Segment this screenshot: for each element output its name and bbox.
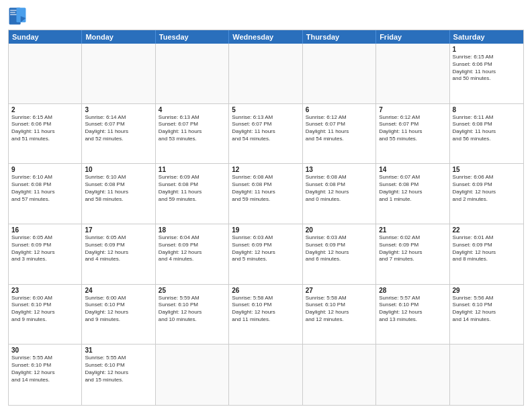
svg-rect-5 [10,14,16,15]
day-number: 30 [11,347,79,354]
week-row-5: 23Sunrise: 6:00 AM Sunset: 6:10 PM Dayli… [9,285,523,345]
day-info: Sunrise: 6:10 AM Sunset: 6:08 PM Dayligh… [85,174,152,203]
logo [8,7,30,26]
header-cell-wednesday: Wednesday [229,30,302,44]
day-info: Sunrise: 6:00 AM Sunset: 6:10 PM Dayligh… [11,295,79,324]
day-info: Sunrise: 6:15 AM Sunset: 6:06 PM Dayligh… [453,54,521,83]
day-cell-13: 13Sunrise: 6:08 AM Sunset: 6:08 PM Dayli… [303,164,376,224]
day-number: 15 [453,166,521,173]
calendar: SundayMondayTuesdayWednesdayThursdayFrid… [8,30,524,406]
calendar-body: 1Sunrise: 6:15 AM Sunset: 6:06 PM Daylig… [9,44,523,405]
day-info: Sunrise: 6:11 AM Sunset: 6:08 PM Dayligh… [453,114,521,143]
generalblue-logo-icon [8,7,27,26]
day-cell-5: 5Sunrise: 6:13 AM Sunset: 6:07 PM Daylig… [229,104,302,164]
day-number: 2 [11,106,79,113]
day-cell-25: 25Sunrise: 5:59 AM Sunset: 6:10 PM Dayli… [156,285,229,345]
day-info: Sunrise: 5:58 AM Sunset: 6:10 PM Dayligh… [232,295,299,324]
calendar-header-row: SundayMondayTuesdayWednesdayThursdayFrid… [9,30,523,44]
day-cell-1: 1Sunrise: 6:15 AM Sunset: 6:06 PM Daylig… [450,44,523,103]
day-cell-30: 30Sunrise: 5:55 AM Sunset: 6:10 PM Dayli… [9,345,82,405]
day-number: 28 [379,287,446,294]
day-info: Sunrise: 5:59 AM Sunset: 6:10 PM Dayligh… [159,295,226,324]
day-cell-7: 7Sunrise: 6:12 AM Sunset: 6:07 PM Daylig… [376,104,449,164]
day-cell-15: 15Sunrise: 6:06 AM Sunset: 6:09 PM Dayli… [450,164,523,224]
day-cell-22: 22Sunrise: 6:01 AM Sunset: 6:09 PM Dayli… [450,224,523,284]
day-number: 4 [159,106,226,113]
day-cell-3: 3Sunrise: 6:14 AM Sunset: 6:07 PM Daylig… [82,104,155,164]
day-cell-2: 2Sunrise: 6:15 AM Sunset: 6:06 PM Daylig… [9,104,82,164]
day-info: Sunrise: 6:03 AM Sunset: 6:09 PM Dayligh… [306,234,373,263]
week-row-1: 1Sunrise: 6:15 AM Sunset: 6:06 PM Daylig… [9,44,523,104]
day-info: Sunrise: 5:55 AM Sunset: 6:10 PM Dayligh… [85,355,152,383]
header-cell-monday: Monday [82,30,155,44]
day-info: Sunrise: 6:14 AM Sunset: 6:07 PM Dayligh… [85,114,152,143]
day-info: Sunrise: 6:05 AM Sunset: 6:09 PM Dayligh… [11,234,79,263]
day-cell-28: 28Sunrise: 5:57 AM Sunset: 6:10 PM Dayli… [376,285,449,345]
week-row-6: 30Sunrise: 5:55 AM Sunset: 6:10 PM Dayli… [9,345,523,405]
day-cell-10: 10Sunrise: 6:10 AM Sunset: 6:08 PM Dayli… [82,164,155,224]
day-cell-31: 31Sunrise: 5:55 AM Sunset: 6:10 PM Dayli… [82,345,155,405]
day-cell-4: 4Sunrise: 6:13 AM Sunset: 6:07 PM Daylig… [156,104,229,164]
header-cell-thursday: Thursday [303,30,376,44]
week-row-3: 9Sunrise: 6:10 AM Sunset: 6:08 PM Daylig… [9,164,523,224]
day-info: Sunrise: 6:05 AM Sunset: 6:09 PM Dayligh… [85,234,152,263]
svg-rect-4 [10,12,15,13]
day-info: Sunrise: 5:58 AM Sunset: 6:10 PM Dayligh… [306,295,373,324]
day-number: 22 [453,226,521,234]
day-info: Sunrise: 6:12 AM Sunset: 6:07 PM Dayligh… [379,114,446,143]
day-info: Sunrise: 6:02 AM Sunset: 6:09 PM Dayligh… [379,234,446,263]
day-cell-9: 9Sunrise: 6:10 AM Sunset: 6:08 PM Daylig… [9,164,82,224]
day-number: 12 [232,166,299,173]
header-cell-sunday: Sunday [9,30,82,44]
empty-cell-0-2 [156,44,229,103]
day-number: 16 [11,226,79,234]
day-number: 14 [379,166,446,173]
day-info: Sunrise: 6:08 AM Sunset: 6:08 PM Dayligh… [232,174,299,203]
day-info: Sunrise: 6:12 AM Sunset: 6:07 PM Dayligh… [306,114,373,143]
day-info: Sunrise: 6:07 AM Sunset: 6:08 PM Dayligh… [379,174,446,203]
day-cell-24: 24Sunrise: 6:00 AM Sunset: 6:10 PM Dayli… [82,285,155,345]
day-info: Sunrise: 6:10 AM Sunset: 6:08 PM Dayligh… [11,174,79,203]
week-row-4: 16Sunrise: 6:05 AM Sunset: 6:09 PM Dayli… [9,224,523,285]
empty-cell-5-6 [450,345,523,405]
day-cell-14: 14Sunrise: 6:07 AM Sunset: 6:08 PM Dayli… [376,164,449,224]
day-cell-18: 18Sunrise: 6:04 AM Sunset: 6:09 PM Dayli… [156,224,229,284]
day-number: 5 [232,106,299,113]
day-cell-27: 27Sunrise: 5:58 AM Sunset: 6:10 PM Dayli… [303,285,376,345]
day-cell-19: 19Sunrise: 6:03 AM Sunset: 6:09 PM Dayli… [229,224,302,284]
day-cell-21: 21Sunrise: 6:02 AM Sunset: 6:09 PM Dayli… [376,224,449,284]
day-number: 23 [11,287,79,294]
day-cell-6: 6Sunrise: 6:12 AM Sunset: 6:07 PM Daylig… [303,104,376,164]
header-cell-tuesday: Tuesday [156,30,229,44]
day-number: 18 [159,226,226,234]
empty-cell-5-3 [229,345,302,405]
header [8,7,524,26]
day-number: 19 [232,226,299,234]
day-info: Sunrise: 6:08 AM Sunset: 6:08 PM Dayligh… [306,174,373,203]
day-cell-29: 29Sunrise: 5:56 AM Sunset: 6:10 PM Dayli… [450,285,523,345]
day-number: 29 [453,287,521,294]
empty-cell-0-0 [9,44,82,103]
day-number: 27 [306,287,373,294]
day-number: 20 [306,226,373,234]
day-number: 21 [379,226,446,234]
svg-rect-3 [10,10,16,11]
day-info: Sunrise: 5:57 AM Sunset: 6:10 PM Dayligh… [379,295,446,324]
day-info: Sunrise: 5:55 AM Sunset: 6:10 PM Dayligh… [11,355,79,383]
empty-cell-5-2 [156,345,229,405]
empty-cell-5-4 [303,345,376,405]
day-info: Sunrise: 6:04 AM Sunset: 6:09 PM Dayligh… [159,234,226,263]
day-info: Sunrise: 6:09 AM Sunset: 6:08 PM Dayligh… [159,174,226,203]
day-cell-17: 17Sunrise: 6:05 AM Sunset: 6:09 PM Dayli… [82,224,155,284]
empty-cell-0-1 [82,44,155,103]
empty-cell-5-5 [376,345,449,405]
day-cell-12: 12Sunrise: 6:08 AM Sunset: 6:08 PM Dayli… [229,164,302,224]
day-info: Sunrise: 6:00 AM Sunset: 6:10 PM Dayligh… [85,295,152,324]
day-number: 17 [85,226,152,234]
day-info: Sunrise: 6:03 AM Sunset: 6:09 PM Dayligh… [232,234,299,263]
week-row-2: 2Sunrise: 6:15 AM Sunset: 6:06 PM Daylig… [9,104,523,165]
day-number: 8 [453,106,521,113]
day-number: 3 [85,106,152,113]
empty-cell-0-5 [376,44,449,103]
day-cell-11: 11Sunrise: 6:09 AM Sunset: 6:08 PM Dayli… [156,164,229,224]
